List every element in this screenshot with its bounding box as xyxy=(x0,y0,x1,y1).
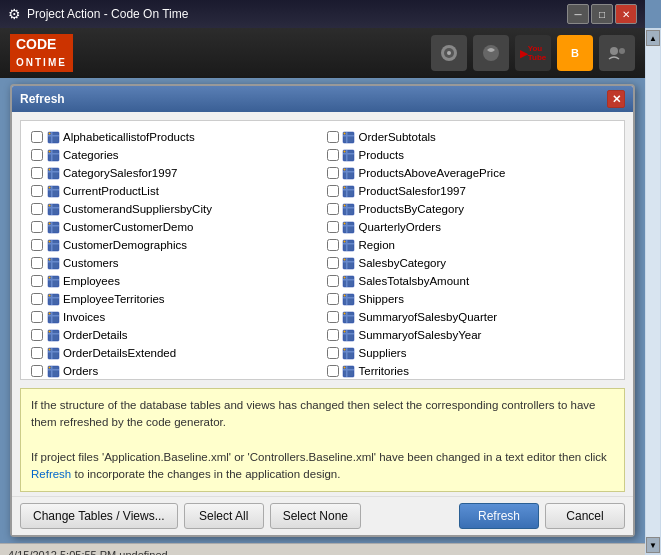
minimize-button[interactable]: ─ xyxy=(567,4,589,24)
header-icon-connect[interactable] xyxy=(599,35,635,71)
list-item[interactable]: CustomerandSuppliersbyCity xyxy=(29,201,321,217)
svg-point-49 xyxy=(48,312,50,314)
list-item-label: Territories xyxy=(359,365,409,377)
list-item[interactable]: OrderSubtotals xyxy=(325,129,617,145)
list-item-checkbox[interactable] xyxy=(327,221,339,233)
list-item-checkbox[interactable] xyxy=(327,347,339,359)
list-item-checkbox[interactable] xyxy=(31,311,43,323)
list-item-checkbox[interactable] xyxy=(327,203,339,215)
list-item[interactable]: OrderDetailsExtended xyxy=(29,345,321,361)
svg-rect-16 xyxy=(51,168,53,179)
list-item-checkbox[interactable] xyxy=(31,347,43,359)
list-item-checkbox[interactable] xyxy=(31,365,43,377)
list-item-checkbox[interactable] xyxy=(31,203,43,215)
scroll-down[interactable]: ▼ xyxy=(646,537,660,553)
list-item[interactable]: AlphabeticallistofProducts xyxy=(29,129,321,145)
header-icon-2[interactable] xyxy=(473,35,509,71)
svg-rect-23 xyxy=(48,207,59,209)
list-item-checkbox[interactable] xyxy=(327,311,339,323)
list-item-checkbox[interactable] xyxy=(31,185,43,197)
window-icon: ⚙ xyxy=(8,6,21,22)
logo-text: CODE ONTIME xyxy=(10,34,73,72)
list-item[interactable]: CustomerCustomerDemo xyxy=(29,219,321,235)
svg-rect-67 xyxy=(343,135,354,137)
list-item[interactable]: Products xyxy=(325,147,617,163)
gear-icon xyxy=(342,202,356,216)
list-item-checkbox[interactable] xyxy=(327,275,339,287)
maximize-button[interactable]: □ xyxy=(591,4,613,24)
list-item[interactable]: Invoices xyxy=(29,309,321,325)
list-item[interactable]: Customers xyxy=(29,255,321,271)
list-item[interactable]: EmployeeTerritories xyxy=(29,291,321,307)
select-none-button[interactable]: Select None xyxy=(270,503,361,529)
list-item-checkbox[interactable] xyxy=(31,149,43,161)
dialog-close-button[interactable]: ✕ xyxy=(607,90,625,108)
header-icon-blog[interactable]: B xyxy=(557,35,593,71)
list-item[interactable]: Orders xyxy=(29,363,321,379)
header-icons: ▶ YouTube B xyxy=(431,35,635,71)
list-item-checkbox[interactable] xyxy=(327,149,339,161)
list-item[interactable]: Territories xyxy=(325,363,617,379)
list-item-checkbox[interactable] xyxy=(31,167,43,179)
list-item[interactable]: Categories xyxy=(29,147,321,163)
header-icon-youtube[interactable]: ▶ YouTube xyxy=(515,35,551,71)
list-item[interactable]: CategorySalesfor1997 xyxy=(29,165,321,181)
list-item[interactable]: Shippers xyxy=(325,291,617,307)
list-item-checkbox[interactable] xyxy=(31,131,43,143)
list-item-checkbox[interactable] xyxy=(327,239,339,251)
svg-rect-35 xyxy=(48,261,59,263)
list-item[interactable]: SalesTotalsbyAmount xyxy=(325,273,617,289)
list-item[interactable]: ProductsByCategory xyxy=(325,201,617,217)
list-item[interactable]: CurrentProductList xyxy=(29,183,321,199)
list-item-checkbox[interactable] xyxy=(327,257,339,269)
list-item[interactable]: ProductSalesfor1997 xyxy=(325,183,617,199)
header-icon-1[interactable] xyxy=(431,35,467,71)
gear-icon xyxy=(342,220,356,234)
list-item-checkbox[interactable] xyxy=(327,329,339,341)
list-item[interactable]: SummaryofSalesbyQuarter xyxy=(325,309,617,325)
svg-rect-76 xyxy=(346,168,348,179)
change-tables-button[interactable]: Change Tables / Views... xyxy=(20,503,178,529)
gear-icon xyxy=(342,238,356,252)
svg-rect-60 xyxy=(51,366,53,377)
list-item-checkbox[interactable] xyxy=(31,293,43,305)
list-item-checkbox[interactable] xyxy=(31,221,43,233)
gear-icon xyxy=(46,274,60,288)
list-item-checkbox[interactable] xyxy=(327,365,339,377)
list-item-checkbox[interactable] xyxy=(327,167,339,179)
svg-rect-88 xyxy=(346,222,348,233)
list-item-checkbox[interactable] xyxy=(31,257,43,269)
list-item-label: Categories xyxy=(63,149,119,161)
refresh-button[interactable]: Refresh xyxy=(459,503,539,529)
close-window-button[interactable]: ✕ xyxy=(615,4,637,24)
scroll-up[interactable]: ▲ xyxy=(646,30,660,46)
list-item-checkbox[interactable] xyxy=(327,131,339,143)
select-all-button[interactable]: Select All xyxy=(184,503,264,529)
list-item-checkbox[interactable] xyxy=(31,275,43,287)
svg-point-5 xyxy=(619,48,625,54)
list-item-checkbox[interactable] xyxy=(327,293,339,305)
status-text: 4/15/2012 5:05:55 PM undefined xyxy=(8,549,168,555)
cancel-button[interactable]: Cancel xyxy=(545,503,625,529)
list-item[interactable]: SalesbyCategory xyxy=(325,255,617,271)
svg-point-9 xyxy=(48,132,50,134)
list-item[interactable]: SummaryofSalesbyYear xyxy=(325,327,617,343)
list-item-checkbox[interactable] xyxy=(327,185,339,197)
list-item[interactable]: Employees xyxy=(29,273,321,289)
list-item[interactable]: CustomerDemographics xyxy=(29,237,321,253)
svg-rect-103 xyxy=(343,297,354,299)
list-item-checkbox[interactable] xyxy=(31,239,43,251)
list-item-label: Customers xyxy=(63,257,119,269)
svg-rect-104 xyxy=(346,294,348,305)
list-item-checkbox[interactable] xyxy=(31,329,43,341)
list-item[interactable]: Suppliers xyxy=(325,345,617,361)
outer-scrollbar[interactable]: ▲ ▼ xyxy=(645,28,661,555)
list-item[interactable]: OrderDetails xyxy=(29,327,321,343)
window-controls: ─ □ ✕ xyxy=(567,4,637,24)
svg-rect-31 xyxy=(48,243,59,245)
list-item[interactable]: ProductsAboveAveragePrice xyxy=(325,165,617,181)
list-item[interactable]: Region xyxy=(325,237,617,253)
info-refresh-link[interactable]: Refresh xyxy=(31,468,71,480)
list-item[interactable]: QuarterlyOrders xyxy=(325,219,617,235)
list-item-label: CustomerandSuppliersbyCity xyxy=(63,203,212,215)
